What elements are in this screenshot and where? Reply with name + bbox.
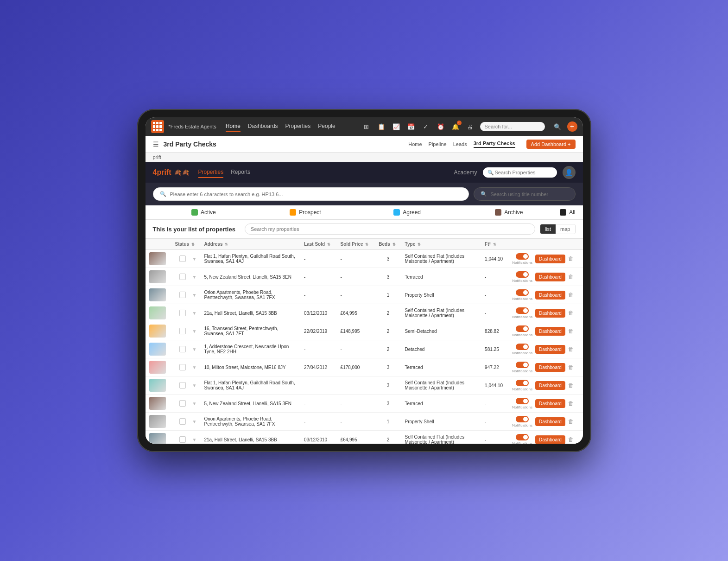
prift-nav-reports[interactable]: Reports (231, 167, 250, 178)
dashboard-button[interactable]: Dashboard (535, 363, 565, 372)
dashboard-button[interactable]: Dashboard (535, 381, 565, 390)
nav-item-home[interactable]: Home (226, 121, 241, 132)
delete-icon[interactable]: 🗑 (568, 274, 574, 280)
prospect-dot (290, 209, 296, 216)
dash-link-leads[interactable]: Leads (453, 141, 467, 147)
global-search-input[interactable] (480, 122, 545, 131)
grid-icon[interactable]: ⊞ (361, 121, 372, 132)
status-checkbox[interactable] (179, 436, 186, 443)
col-address[interactable]: Address ⇅ (200, 239, 300, 250)
status-checkbox[interactable] (179, 274, 186, 280)
delete-icon[interactable]: 🗑 (568, 382, 574, 389)
status-checkbox[interactable] (179, 310, 186, 316)
delete-icon[interactable]: 🗑 (568, 418, 574, 425)
notifications-toggle[interactable] (516, 307, 529, 314)
delete-icon[interactable]: 🗑 (568, 400, 574, 407)
cell-type: Detached (401, 340, 481, 358)
status-checkbox[interactable] (179, 382, 186, 389)
toggle-knob (523, 326, 528, 331)
col-last-sold[interactable]: Last Sold ⇅ (300, 239, 336, 250)
filter-agreed[interactable]: Agreed (356, 209, 458, 216)
check-icon[interactable]: ✓ (421, 121, 431, 132)
col-beds[interactable]: Beds ⇅ (375, 239, 401, 250)
status-checkbox[interactable] (179, 328, 186, 334)
notifications-toggle[interactable] (516, 253, 529, 260)
nav-item-dashboards[interactable]: Dashboards (248, 121, 278, 132)
status-checkbox[interactable] (179, 346, 186, 352)
delete-icon[interactable]: 🗑 (568, 328, 574, 334)
notifications-toggle[interactable] (516, 434, 529, 440)
notifications-toggle[interactable] (516, 289, 529, 296)
delete-icon[interactable]: 🗑 (568, 436, 574, 443)
notification-icon[interactable]: 🔔 1 (450, 121, 461, 132)
list-view-button[interactable]: list (540, 224, 556, 234)
nav-item-people[interactable]: People (318, 121, 335, 132)
status-checkbox[interactable] (179, 400, 186, 407)
notifications-toggle[interactable] (516, 325, 529, 332)
filter-active[interactable]: Active (153, 209, 255, 216)
nav-item-properties[interactable]: Properties (285, 121, 311, 132)
dash-link-3rd-party[interactable]: 3rd Party Checks (474, 140, 515, 148)
dash-link-pipeline[interactable]: Pipeline (429, 141, 447, 147)
notifications-toggle[interactable] (516, 380, 529, 386)
filter-archive[interactable]: Archive (458, 209, 560, 216)
title-search-input[interactable] (491, 191, 569, 197)
status-checkbox[interactable] (179, 364, 186, 370)
delete-icon[interactable]: 🗑 (568, 364, 574, 370)
filter-all[interactable]: All (560, 209, 575, 216)
status-checkbox[interactable] (179, 292, 186, 298)
clock-icon[interactable]: ⏰ (436, 121, 446, 132)
cell-beds: 2 (375, 322, 401, 340)
dashboard-button[interactable]: Dashboard (535, 255, 565, 263)
add-button[interactable]: + (567, 121, 577, 132)
app-logo[interactable] (151, 120, 164, 133)
cell-type: Self Contained Flat (Includes Maisonette… (401, 431, 481, 444)
dashboard-button[interactable]: Dashboard (535, 435, 565, 444)
notifications-toggle[interactable] (516, 271, 529, 278)
dashboard-button[interactable]: Dashboard (535, 273, 565, 281)
prift-search-input[interactable] (483, 167, 557, 178)
properties-table: Status ⇅ Address ⇅ Last Sold ⇅ Sold Pric… (146, 239, 583, 444)
calendar-icon[interactable]: 📅 (406, 121, 416, 132)
cell-ft2: 581.25 (481, 340, 508, 358)
hamburger-icon[interactable]: ☰ (153, 140, 159, 148)
cell-beds: 1 (375, 286, 401, 304)
dashboard-button[interactable]: Dashboard (535, 417, 565, 426)
cell-actions: Notifications Dashboard 🗑 (508, 376, 582, 395)
notifications-toggle[interactable] (516, 416, 529, 422)
prift-nav-properties[interactable]: Properties (198, 167, 224, 178)
col-status[interactable]: Status ⇅ (171, 239, 201, 250)
dashboard-button[interactable]: Dashboard (535, 309, 565, 318)
dashboard-button[interactable]: Dashboard (535, 399, 565, 408)
delete-icon[interactable]: 🗑 (568, 255, 574, 262)
status-checkbox[interactable] (179, 418, 186, 425)
print-icon[interactable]: 🖨 (465, 121, 475, 132)
cell-thumb (146, 304, 171, 322)
dashboard-button[interactable]: Dashboard (535, 327, 565, 336)
search-icon[interactable]: 🔍 (552, 121, 563, 132)
receipt-icon[interactable]: 📋 (376, 121, 386, 132)
notifications-toggle[interactable] (516, 362, 529, 368)
delete-icon[interactable]: 🗑 (568, 346, 574, 352)
properties-search-input[interactable] (245, 223, 535, 235)
dashboard-button[interactable]: Dashboard (535, 291, 565, 300)
postcode-search-input[interactable] (170, 191, 462, 197)
map-view-button[interactable]: map (556, 224, 575, 234)
col-sold-price[interactable]: Sold Price ⇅ (337, 239, 375, 250)
status-checkbox[interactable] (179, 255, 186, 262)
notifications-toggle[interactable] (516, 344, 529, 350)
col-type[interactable]: Type ⇅ (401, 239, 481, 250)
academy-link[interactable]: Academy (454, 169, 477, 176)
col-ft2[interactable]: Ft² ⇅ (481, 239, 508, 250)
delete-icon[interactable]: 🗑 (568, 292, 574, 298)
add-dashboard-button[interactable]: Add Dashboard + (526, 140, 576, 149)
all-label: All (569, 209, 575, 216)
delete-icon[interactable]: 🗑 (568, 310, 574, 316)
cell-last-sold: 27/04/2012 (300, 358, 336, 376)
dash-link-home[interactable]: Home (408, 141, 422, 147)
chart-icon[interactable]: 📈 (391, 121, 401, 132)
dashboard-button[interactable]: Dashboard (535, 345, 565, 354)
filter-prospect[interactable]: Prospect (254, 209, 356, 216)
notifications-toggle[interactable] (516, 398, 529, 404)
user-avatar[interactable]: 👤 (563, 166, 576, 179)
